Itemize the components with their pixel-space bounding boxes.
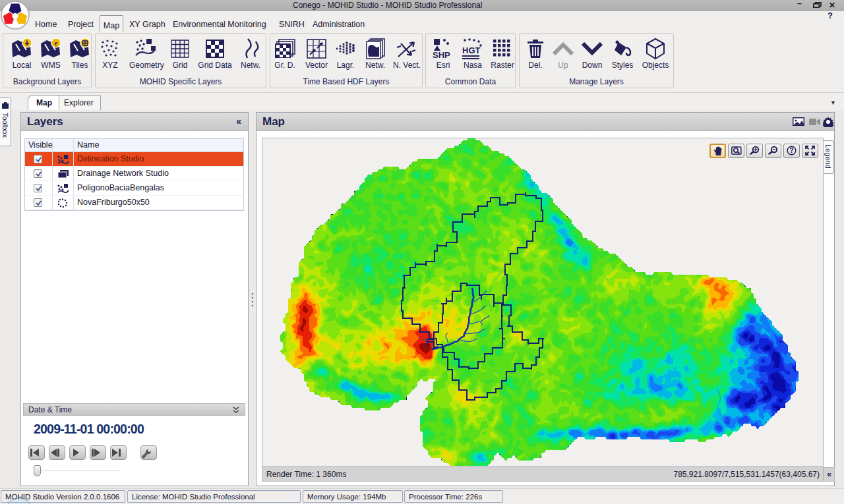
svg-text:SHP: SHP xyxy=(433,50,450,60)
svg-text:HGT: HGT xyxy=(462,45,481,55)
svg-text:e: e xyxy=(55,39,58,47)
svg-text:?: ? xyxy=(789,147,793,154)
